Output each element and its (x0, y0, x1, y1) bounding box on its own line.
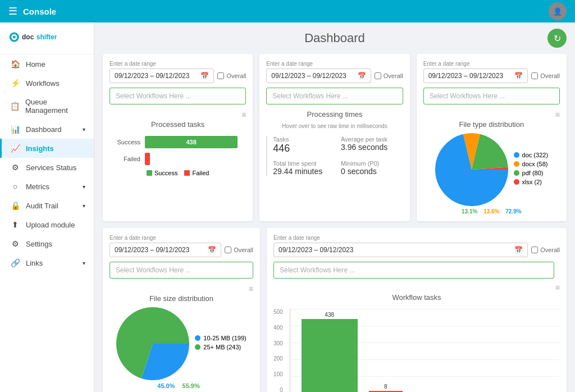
sidebar-item-links[interactable]: 🔗 Links ▾ (0, 253, 94, 272)
sidebar-icon-audit-trail: 🔒 (10, 201, 20, 210)
file-size-pie-container: 10-25 MB (199) 25+ MB (243) (109, 307, 253, 380)
sidebar-item-upload-module[interactable]: ⬆ Upload module (0, 215, 94, 234)
date-input-5[interactable]: 09/12/2023 – 09/12/2023 📅 (273, 243, 528, 257)
overall-check-3[interactable]: Overall (531, 72, 560, 79)
overall-checkbox-1[interactable] (217, 72, 224, 79)
sidebar-item-queue-management[interactable]: 📋 Queue Management (0, 93, 94, 120)
sidebar-icon-upload-module: ⬆ (10, 220, 20, 229)
overall-check-2[interactable]: Overall (375, 72, 403, 79)
vbar-failed-container: 8 (369, 384, 403, 392)
dot-pdf (514, 170, 519, 176)
processing-times-subtitle: Hover over to see raw time in millisecon… (266, 123, 403, 129)
date-range-label-3: Enter a date range (423, 61, 560, 67)
refresh-button[interactable]: ↻ (547, 29, 567, 48)
workflow-select-5[interactable]: Select Workflows Here ... (273, 262, 554, 279)
stat-total: Total time spent 29.44 minutes (273, 160, 335, 176)
sidebar-item-workflows[interactable]: ⚡ Workflows (0, 74, 94, 93)
workflow-select-1[interactable]: Select Workflows Here ... (109, 88, 246, 104)
calendar-icon-2: 📅 (358, 72, 366, 80)
date-input-1[interactable]: 09/12/2023 – 09/12/2023 📅 (109, 69, 214, 83)
stats-grid: Tasks 446 Average per task 3.96 seconds … (273, 136, 403, 176)
vbar-chart-area: 438 8 (290, 309, 560, 392)
sidebar-label-services-status: Services Status (26, 163, 76, 172)
overall-checkbox-3[interactable] (531, 72, 538, 79)
chart-menu-icon-1[interactable]: ≡ (241, 110, 246, 119)
overall-checkbox-5[interactable] (531, 247, 538, 253)
dot-xlsx (514, 179, 519, 185)
menu-icon[interactable]: ☰ (8, 5, 17, 17)
workflow-tasks-card: Enter a date range 09/12/2023 – 09/12/20… (267, 228, 567, 392)
date-input-2[interactable]: 09/12/2023 – 09/12/2023 📅 (266, 69, 371, 83)
file-type-card: Enter a date range 09/12/2023 – 09/12/20… (417, 54, 567, 221)
calendar-icon-4: 📅 (208, 246, 216, 254)
workflow-select-2[interactable]: Select Workflows Here ... (266, 88, 403, 104)
overall-checkbox-4[interactable] (225, 247, 231, 253)
file-size-card: Enter a date range 09/12/2023 – 09/12/20… (103, 228, 260, 392)
sidebar-item-metrics[interactable]: ○ Metrics ▾ (0, 177, 94, 196)
logo: doc shifter (0, 22, 94, 54)
processed-tasks-card: Enter a date range 09/12/2023 – 09/12/20… (103, 54, 253, 221)
processing-times-card: Enter a date range 09/12/2023 – 09/12/20… (259, 54, 409, 221)
sidebar-item-home[interactable]: 🏠 Home (0, 54, 94, 74)
sidebar-item-dashboard[interactable]: 📊 Dashboard ▾ (0, 120, 94, 139)
overall-check-4[interactable]: Overall (225, 247, 253, 253)
sidebar-label-dashboard: Dashboard (26, 125, 62, 134)
date-range-row-2: 09/12/2023 – 09/12/2023 📅 Overall (266, 69, 403, 83)
sidebar-label-links: Links (26, 259, 43, 267)
user-avatar[interactable]: 👤 (549, 2, 567, 20)
y-axis: 500 400 300 200 100 0 (273, 309, 285, 392)
file-type-legend: doc (322) docx (58) pdf (80) xlsx ( (514, 152, 548, 188)
overall-check-5[interactable]: Overall (531, 247, 560, 253)
bottom-cards-row: Enter a date range 09/12/2023 – 09/12/20… (103, 228, 567, 392)
date-range-row-3: 09/12/2023 – 09/12/2023 📅 Overall (423, 69, 560, 83)
chart-header-5: ≡ (273, 283, 560, 292)
svg-text:doc: doc (22, 33, 34, 41)
date-range-row-1: 09/12/2023 – 09/12/2023 📅 Overall (109, 69, 246, 83)
topbar-title: Console (23, 7, 56, 16)
bar-legend-1: Success Failed (115, 170, 240, 176)
legend-dot-failed (184, 170, 190, 176)
chart-header-3: ≡ (423, 110, 560, 119)
file-type-pie (435, 133, 508, 206)
sidebar-icon-metrics: ○ (10, 182, 20, 191)
sidebar-label-metrics: Metrics (26, 183, 49, 191)
sidebar-label-home: Home (26, 60, 45, 69)
date-input-3[interactable]: 09/12/2023 – 09/12/2023 📅 (423, 69, 528, 83)
sidebar-label-queue-management: Queue Management (25, 98, 85, 115)
date-input-4[interactable]: 09/12/2023 – 09/12/2023 📅 (109, 243, 221, 257)
chart-menu-icon-3[interactable]: ≡ (555, 110, 560, 119)
legend-25mb: 25+ MB (243) (195, 344, 246, 350)
chart-header-4: ≡ (109, 284, 253, 293)
legend-pdf: pdf (80) (514, 170, 548, 176)
workflow-chart-area: 500 400 300 200 100 0 (273, 306, 560, 392)
chart-menu-icon-4[interactable]: ≡ (249, 284, 253, 293)
date-range-row-5: 09/12/2023 – 09/12/2023 📅 Overall (273, 243, 560, 257)
vbar-success-container: 438 (302, 312, 358, 392)
vbar-success (302, 319, 358, 392)
sidebar-item-insights[interactable]: 📈 Insights (0, 139, 94, 158)
sidebar-label-upload-module: Upload module (26, 221, 75, 229)
overall-check-1[interactable]: Overall (217, 72, 246, 79)
file-size-pie (116, 307, 189, 380)
chart-menu-icon-5[interactable]: ≡ (555, 283, 560, 292)
processing-times-title: Processing times (266, 110, 403, 118)
sidebar-item-settings[interactable]: ⚙ Settings (0, 234, 94, 253)
bar-container-success: 438 (145, 136, 240, 148)
workflow-select-4[interactable]: Select Workflows Here ... (109, 262, 253, 279)
sidebar-item-services-status[interactable]: ⚙ Services Status (0, 158, 94, 177)
processed-tasks-chart: Success 438 Failed Su (109, 133, 246, 179)
workflow-select-3[interactable]: Select Workflows Here ... (423, 88, 560, 104)
overall-checkbox-2[interactable] (375, 72, 381, 79)
file-size-legend: 10-25 MB (199) 25+ MB (243) (195, 335, 246, 353)
legend-success: Success (147, 170, 178, 176)
sidebar-label-settings: Settings (26, 240, 52, 248)
bar-row-failed: Failed (115, 153, 240, 165)
stat-avg: Average per task 3.96 seconds (341, 136, 403, 154)
chevron-metrics: ▾ (83, 184, 85, 190)
sidebar-item-audit-trail[interactable]: 🔒 Audit Trail ▾ (0, 196, 94, 215)
dot-10-25mb (195, 335, 200, 341)
chart-header-1: ≡ (109, 110, 246, 119)
dot-docx (514, 161, 519, 167)
sidebar: doc shifter 🏠 Home ⚡ Workflows 📋 Queue M… (0, 22, 94, 392)
sidebar-icon-settings: ⚙ (10, 239, 20, 248)
